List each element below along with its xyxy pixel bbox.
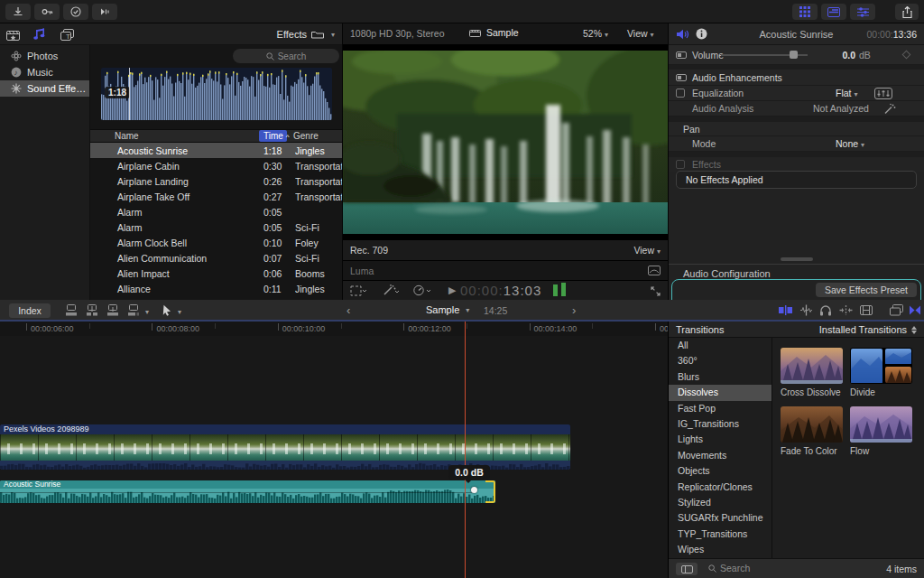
clip-appearance-button[interactable] xyxy=(860,304,873,316)
transitions-category-dissolves[interactable]: Dissolves xyxy=(669,385,772,400)
trim-tool-toggle[interactable] xyxy=(779,304,792,316)
keyword-editor-button[interactable] xyxy=(34,4,60,20)
audio-preview-waveform[interactable]: 1:18 xyxy=(101,68,332,120)
section-toggle-icon[interactable] xyxy=(676,51,687,59)
transitions-category-replicator-clones[interactable]: Replicator/Clones xyxy=(669,480,772,495)
effects-browser-toggle[interactable] xyxy=(890,304,903,316)
transitions-category-360-[interactable]: 360° xyxy=(669,353,772,368)
scopes-icon[interactable] xyxy=(648,266,661,275)
keyframe-diamond-icon[interactable] xyxy=(902,51,911,60)
transitions-category-fast-pop[interactable]: Fast Pop xyxy=(669,401,772,416)
share-button[interactable] xyxy=(895,4,919,20)
browser-sidebar-toggle[interactable] xyxy=(676,563,698,575)
save-effects-preset-button[interactable]: Save Effects Preset xyxy=(816,283,917,297)
sound-effect-row[interactable]: Airplane Cabin0:30Transportati xyxy=(90,158,342,173)
volume-slider-thumb[interactable] xyxy=(790,51,798,59)
transitions-category-all[interactable]: All xyxy=(669,338,772,353)
transitions-search-input[interactable]: Search xyxy=(708,563,750,573)
channel-label[interactable]: Luma xyxy=(350,266,374,276)
equalization-checkbox[interactable] xyxy=(676,89,685,98)
transform-crop-tool[interactable] xyxy=(350,285,368,296)
snapping-toggle[interactable] xyxy=(839,304,853,316)
show-timeline-button[interactable] xyxy=(821,4,846,20)
column-time-sorted[interactable]: Time^ xyxy=(259,130,287,142)
audio-clip[interactable]: Acoustic Sunrise xyxy=(0,480,495,503)
transitions-category-objects[interactable]: Objects xyxy=(669,463,772,479)
edit-options-chevron[interactable]: ▾ xyxy=(145,308,149,316)
search-input[interactable]: Search xyxy=(233,49,339,63)
sidebar-item-sound-effects[interactable]: Sound Effe… xyxy=(0,80,89,97)
import-button[interactable] xyxy=(5,4,31,20)
enhancements-wand-tool[interactable] xyxy=(383,284,401,296)
previous-project-arrow[interactable]: ‹ xyxy=(346,303,350,317)
sidebar-item-music[interactable]: ♪Music xyxy=(0,64,89,80)
transitions-category-sugarfx-punchline[interactable]: SUGARfx Punchline xyxy=(669,510,772,526)
pan-mode-select[interactable]: None▾ xyxy=(836,138,864,149)
view-select-2[interactable]: View▾ xyxy=(633,245,661,256)
analyze-wand-button[interactable] xyxy=(883,103,896,115)
sound-effect-row[interactable]: Alarm0:05Sci-Fi xyxy=(90,219,342,235)
panel-resize-handle[interactable] xyxy=(781,257,813,261)
column-genre[interactable]: Genre xyxy=(293,131,319,141)
show-browser-button[interactable] xyxy=(792,4,818,20)
installed-transitions-select[interactable]: Installed Transitions xyxy=(819,324,917,335)
audio-enhancements-header[interactable]: Audio Enhancements xyxy=(669,70,924,86)
volume-value[interactable]: 0.0 xyxy=(836,50,855,61)
zoom-select[interactable]: 52%▾ xyxy=(583,28,608,39)
transitions-category-lights[interactable]: Lights xyxy=(669,432,772,447)
timeline-project-select[interactable]: Sample▾ xyxy=(426,304,469,315)
sound-effect-row[interactable]: Alien Communication0:07Sci-Fi xyxy=(90,250,342,266)
sound-effect-row[interactable]: Acoustic Sunrise1:18Jingles xyxy=(90,143,342,158)
transition-thumb-cross-dissolve[interactable] xyxy=(781,348,843,384)
sound-effect-row[interactable]: Airplane Landing0:26Transportati xyxy=(90,173,342,189)
effects-collection-select[interactable]: Effects ▾ xyxy=(277,27,335,42)
fade-handle-dot[interactable] xyxy=(471,487,477,493)
fullscreen-icon[interactable] xyxy=(651,286,661,296)
video-preview[interactable] xyxy=(343,45,668,239)
index-button[interactable]: Index xyxy=(9,303,51,318)
extensions-button[interactable] xyxy=(92,4,117,20)
transitions-category-movements[interactable]: Movements xyxy=(669,448,772,463)
timeline-ruler[interactable]: 00:00:06:0000:00:08:0000:00:10:0000:00:1… xyxy=(0,322,668,336)
overwrite-edit-button[interactable] xyxy=(106,304,120,316)
connect-edit-button[interactable] xyxy=(65,304,79,316)
retime-tool[interactable] xyxy=(413,284,433,296)
section-toggle-icon[interactable] xyxy=(676,74,687,81)
transitions-browser-toggle[interactable] xyxy=(909,304,921,316)
sound-effect-row[interactable]: Alien Impact0:06Booms xyxy=(90,266,342,281)
insert-edit-button[interactable] xyxy=(86,304,99,316)
eq-editor-button[interactable] xyxy=(874,88,892,99)
tab-photos-audio[interactable] xyxy=(32,27,48,42)
solo-headphones-toggle[interactable] xyxy=(819,304,832,316)
transition-thumb-flow[interactable] xyxy=(850,406,912,443)
audio-skimming-toggle[interactable] xyxy=(799,304,813,316)
select-tool-button[interactable] xyxy=(162,304,172,316)
transition-thumb-fade-to-color[interactable] xyxy=(781,406,843,443)
playhead[interactable] xyxy=(465,322,466,578)
show-inspector-button[interactable] xyxy=(850,4,875,20)
sound-effect-row[interactable]: Alarm0:05 xyxy=(90,204,342,219)
view-select[interactable]: View▾ xyxy=(627,28,654,39)
tab-media[interactable] xyxy=(5,27,21,42)
eq-preset-select[interactable]: Flat▾ xyxy=(836,88,858,98)
transitions-category-blurs[interactable]: Blurs xyxy=(669,369,772,385)
background-tasks-button[interactable] xyxy=(63,4,88,20)
play-button[interactable]: ▶ xyxy=(448,284,456,296)
sound-effect-row[interactable]: Airplane Take Off0:27Transportati xyxy=(90,189,342,204)
transition-thumb-divide[interactable] xyxy=(850,348,912,384)
append-edit-button[interactable] xyxy=(127,304,141,316)
transitions-category-typ-transitions[interactable]: TYP_Transitions xyxy=(669,527,772,542)
sound-effect-row[interactable]: Alarm Clock Bell0:10Foley xyxy=(90,235,342,250)
column-name[interactable]: Name xyxy=(115,131,139,141)
tab-titles-generators[interactable]: T xyxy=(59,27,75,42)
transitions-category-ig-transitions[interactable]: IG_Transitions xyxy=(669,416,772,432)
sidebar-item-photos[interactable]: Photos xyxy=(0,48,89,64)
video-clip[interactable]: Pexels Videos 2098989 xyxy=(0,424,570,470)
transitions-category-stylized[interactable]: Stylized xyxy=(669,495,772,510)
tool-chevron[interactable]: ▾ xyxy=(178,308,181,316)
effects-checkbox[interactable] xyxy=(676,160,685,169)
volume-automation-line[interactable] xyxy=(0,492,474,493)
trim-selection-bracket[interactable] xyxy=(485,480,495,503)
transitions-category-wipes[interactable]: Wipes xyxy=(669,542,772,557)
sound-effect-row[interactable]: Alliance0:11Jingles xyxy=(90,281,342,296)
